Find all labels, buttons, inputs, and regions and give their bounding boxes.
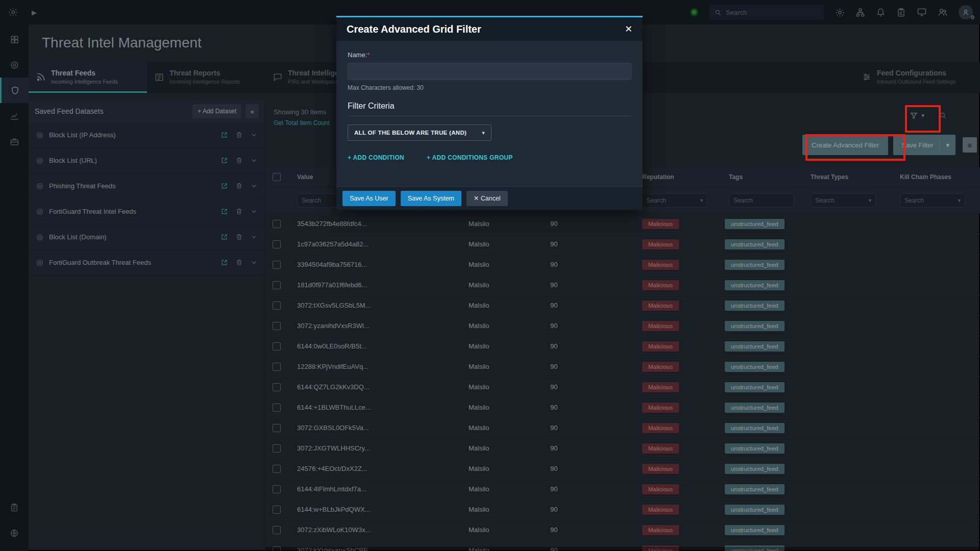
modal-header: Create Advanced Grid Filter ✕ — [336, 16, 643, 41]
max-characters-hint: Max Characters allowed: 30 — [348, 84, 631, 91]
add-condition-link[interactable]: + ADD CONDITION — [348, 154, 404, 161]
save-as-user-button[interactable]: Save As User — [342, 191, 396, 206]
close-icon[interactable]: ✕ — [625, 23, 632, 35]
name-field-label: Name:* — [348, 51, 631, 59]
required-asterisk: * — [367, 51, 370, 59]
modal-title: Create Advanced Grid Filter — [347, 23, 625, 35]
condition-logic-select[interactable]: ALL OF THE BELOW ARE TRUE (AND) ▾ — [348, 124, 492, 141]
cancel-button[interactable]: ✕ Cancel — [467, 191, 508, 206]
modal-body: Name:* Max Characters allowed: 30 Filter… — [336, 41, 643, 161]
chevron-down-icon: ▾ — [482, 130, 485, 136]
filter-criteria-heading: Filter Criteria — [348, 102, 631, 116]
add-conditions-group-link[interactable]: + ADD CONDITIONS GROUP — [427, 154, 513, 161]
modal-footer: Save As User Save As System ✕ Cancel — [336, 186, 643, 210]
save-as-system-button[interactable]: Save As System — [401, 191, 461, 206]
condition-logic-value: ALL OF THE BELOW ARE TRUE (AND) — [354, 130, 467, 136]
filter-name-input[interactable] — [348, 63, 631, 80]
create-advanced-grid-filter-modal: Create Advanced Grid Filter ✕ Name:* Max… — [336, 16, 643, 210]
